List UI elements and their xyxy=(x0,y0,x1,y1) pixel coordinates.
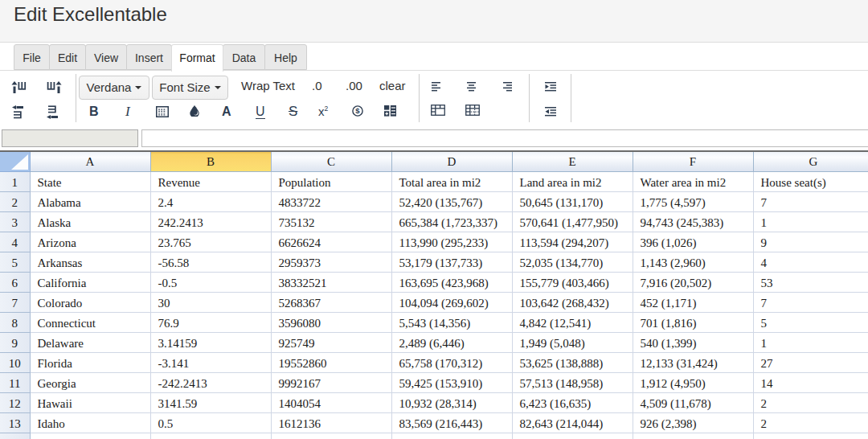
svg-text:$: $ xyxy=(355,106,360,115)
